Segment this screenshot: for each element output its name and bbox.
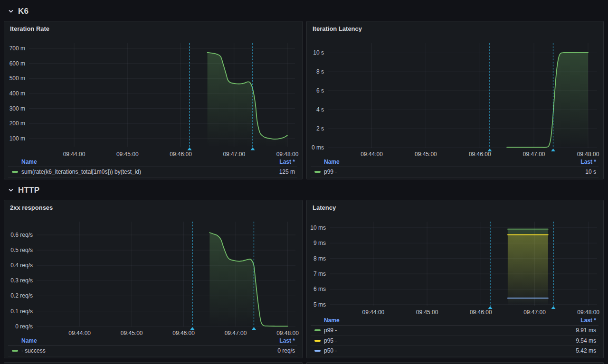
legend-header-last[interactable]: Last * bbox=[580, 317, 596, 324]
series-fill bbox=[208, 53, 287, 147]
legend-swatch bbox=[314, 171, 321, 173]
legend-header-separator bbox=[8, 345, 297, 346]
y-tick-label: 100 m bbox=[10, 135, 25, 142]
panel-partial-left bbox=[4, 362, 303, 364]
y-tick-label: 0.5 req/s bbox=[10, 247, 33, 253]
x-tick-label: 09:48:00 bbox=[567, 151, 608, 158]
y-tick-label: 4 s bbox=[316, 106, 324, 113]
y-tick-label: 0.2 req/s bbox=[10, 292, 33, 299]
legend-series-value: 9.54 ms bbox=[576, 337, 596, 345]
x-tick-label: 09:48:00 bbox=[266, 330, 309, 336]
x-tick-label: 09:44:00 bbox=[351, 151, 393, 158]
legend-row-separator bbox=[311, 336, 598, 336]
y-tick-label: 5 ms bbox=[314, 301, 326, 308]
annotation-marker[interactable] bbox=[251, 148, 255, 150]
legend-series-label[interactable]: - success bbox=[21, 347, 46, 355]
legend-row-separator bbox=[8, 177, 297, 177]
x-tick-label: 09:45:00 bbox=[406, 309, 448, 316]
legend-header-name[interactable]: Name bbox=[324, 158, 340, 166]
y-tick-label: 2 s bbox=[316, 125, 324, 132]
x-tick-label: 09:45:00 bbox=[106, 151, 149, 158]
y-tick-label: 8 s bbox=[316, 68, 324, 75]
chart bbox=[4, 21, 303, 180]
x-tick-label: 09:47:00 bbox=[513, 309, 556, 316]
legend-header-separator bbox=[311, 167, 598, 167]
legend-header-last[interactable]: Last * bbox=[279, 158, 295, 166]
y-tick-label: 0 req/s bbox=[15, 323, 33, 330]
legend-header-separator bbox=[8, 167, 297, 167]
y-tick-label: 200 m bbox=[10, 120, 25, 127]
x-tick-label: 09:48:00 bbox=[567, 309, 608, 316]
y-tick-label: 9 ms bbox=[314, 240, 326, 246]
legend-swatch bbox=[314, 329, 321, 331]
series-fill bbox=[508, 235, 548, 306]
x-tick-label: 09:44:00 bbox=[352, 309, 395, 316]
legend-series-value: 9.91 ms bbox=[576, 327, 596, 334]
x-tick-label: 09:46:00 bbox=[459, 309, 502, 316]
row-header-http[interactable]: HTTP bbox=[0, 184, 39, 197]
legend-series-label[interactable]: p95 - bbox=[324, 337, 337, 345]
y-tick-label: 8 ms bbox=[314, 255, 326, 262]
x-tick-label: 09:45:00 bbox=[404, 151, 447, 158]
y-tick-label: 0.1 req/s bbox=[10, 308, 33, 315]
legend-header-name[interactable]: Name bbox=[21, 337, 37, 345]
x-tick-label: 09:44:00 bbox=[58, 330, 101, 336]
legend-row-separator bbox=[8, 356, 297, 356]
y-tick-label: 6 s bbox=[316, 87, 324, 94]
chevron-down-icon bbox=[8, 9, 14, 13]
legend-header-name[interactable]: Name bbox=[21, 158, 37, 166]
legend-header-last[interactable]: Last * bbox=[279, 337, 295, 345]
series-fill bbox=[209, 233, 287, 327]
y-tick-label: 500 m bbox=[10, 75, 25, 82]
panel-2xx-responses: 2xx responses 0.6 req/s0.5 req/s0.4 req/… bbox=[4, 200, 303, 358]
legend-row-separator bbox=[311, 345, 598, 346]
y-tick-label: 7 ms bbox=[314, 271, 326, 277]
legend-swatch bbox=[314, 340, 321, 342]
annotation-marker[interactable] bbox=[188, 148, 192, 150]
y-tick-label: 600 m bbox=[10, 60, 25, 67]
y-tick-label: 0 ms bbox=[312, 144, 324, 151]
legend-series-label[interactable]: p50 - bbox=[324, 347, 337, 355]
row-title-k6: K6 bbox=[18, 7, 28, 16]
row-title-http: HTTP bbox=[18, 186, 39, 195]
y-tick-label: 700 m bbox=[10, 45, 25, 52]
series-fill bbox=[507, 52, 588, 148]
x-tick-label: 09:48:00 bbox=[266, 151, 309, 158]
x-tick-label: 09:47:00 bbox=[513, 151, 555, 158]
y-tick-label: 10 ms bbox=[310, 224, 326, 231]
x-tick-label: 09:44:00 bbox=[53, 151, 95, 158]
series-fill bbox=[508, 298, 548, 306]
legend-series-label[interactable]: p99 - bbox=[324, 168, 337, 176]
y-tick-label: 0.3 req/s bbox=[10, 277, 33, 284]
chart bbox=[4, 200, 303, 359]
y-tick-label: 0.6 req/s bbox=[10, 232, 33, 238]
legend-series-value: 10 s bbox=[585, 168, 596, 176]
legend-series-value: 5.42 ms bbox=[576, 347, 596, 355]
x-tick-label: 09:47:00 bbox=[214, 330, 257, 336]
x-tick-label: 09:47:00 bbox=[213, 151, 256, 158]
panel-partial-right bbox=[306, 362, 604, 364]
row-header-k6[interactable]: K6 bbox=[0, 5, 28, 18]
grafana-dashboard: K6 Iteration Rate 700 m600 m500 m400 m30… bbox=[0, 0, 608, 364]
legend-header-separator bbox=[311, 325, 598, 326]
y-tick-label: 400 m bbox=[10, 90, 25, 97]
legend-row-separator bbox=[311, 177, 598, 177]
y-tick-label: 6 ms bbox=[314, 286, 326, 292]
panel-iteration-rate: Iteration Rate 700 m600 m500 m400 m300 m… bbox=[4, 21, 303, 179]
legend-swatch bbox=[314, 350, 321, 352]
legend-header-name[interactable]: Name bbox=[324, 317, 340, 324]
legend-series-label[interactable]: sum(rate(k6_iterations_total[1m0s])) by(… bbox=[21, 168, 141, 176]
y-tick-label: 10 s bbox=[313, 49, 324, 56]
x-tick-label: 09:46:00 bbox=[458, 151, 501, 158]
legend-series-label[interactable]: p99 - bbox=[324, 327, 337, 334]
y-tick-label: 0.4 req/s bbox=[10, 262, 33, 269]
legend-series-value: 0 req/s bbox=[277, 347, 295, 355]
chevron-down-icon bbox=[8, 188, 14, 192]
legend-series-value: 125 m bbox=[279, 168, 295, 176]
x-tick-label: 09:46:00 bbox=[162, 330, 205, 336]
legend-header-last[interactable]: Last * bbox=[580, 158, 596, 166]
legend-swatch bbox=[12, 350, 18, 352]
panel-iteration-latency: Iteration Latency 10 s8 s6 s4 s2 s0 ms09… bbox=[306, 21, 604, 179]
x-tick-label: 09:46:00 bbox=[160, 151, 202, 158]
panel-latency: Latency 10 ms9 ms8 ms7 ms6 ms5 ms09:44:0… bbox=[306, 200, 604, 358]
